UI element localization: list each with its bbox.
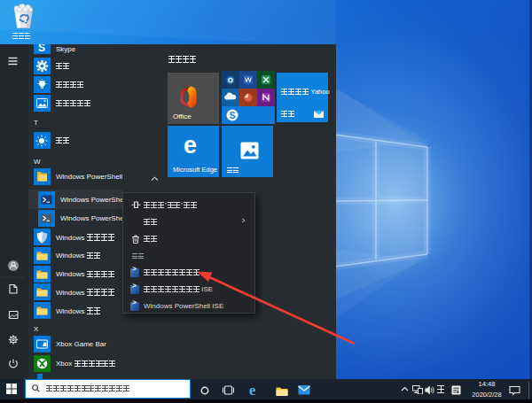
svg-text:S: S (230, 110, 236, 120)
